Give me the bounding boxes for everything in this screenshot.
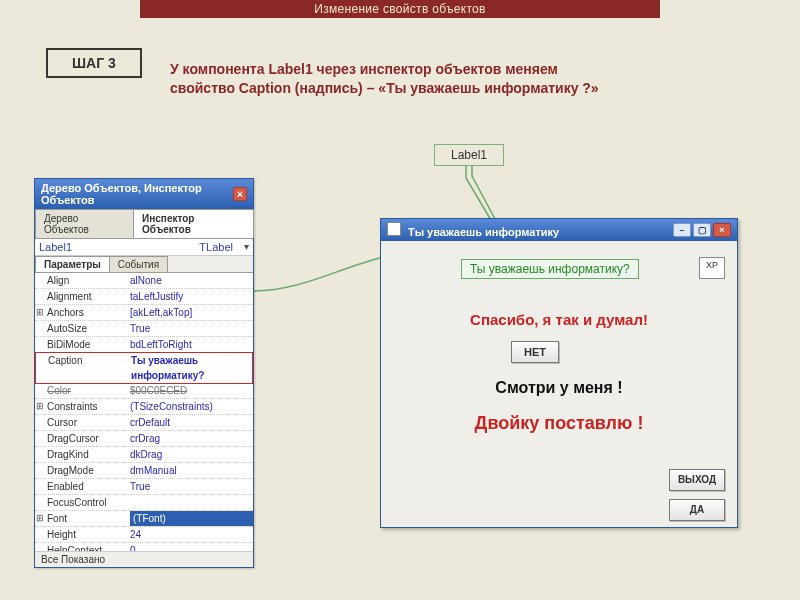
property-row[interactable]: Anchors[akLeft,akTop]	[35, 305, 253, 321]
property-value[interactable]: $00C0ECED	[130, 383, 253, 398]
property-name: Alignment	[35, 289, 130, 304]
form-title-text: Ты уважаешь информатику	[408, 226, 559, 238]
property-name: BiDiMode	[35, 337, 130, 352]
step-badge: ШАГ 3	[46, 48, 142, 78]
property-value[interactable]: (TFont)	[130, 511, 253, 526]
no-button[interactable]: НЕТ	[511, 341, 559, 363]
property-row[interactable]: Height24	[35, 527, 253, 543]
property-value[interactable]: dmManual	[130, 463, 253, 478]
property-value[interactable]: True	[130, 321, 253, 336]
property-name: Height	[35, 527, 130, 542]
property-value[interactable]: True	[130, 479, 253, 494]
instruction-text: У компонента Label1 через инспектор объе…	[170, 60, 600, 98]
property-row[interactable]: AlignmenttaLeftJustify	[35, 289, 253, 305]
property-value[interactable]: crDefault	[130, 415, 253, 430]
label1-component[interactable]: Ты уважаешь информатику?	[461, 259, 639, 279]
property-list[interactable]: AlignalNoneAlignmenttaLeftJustifyAnchors…	[35, 273, 253, 551]
warning-label[interactable]: Смотри у меня !	[381, 379, 737, 397]
property-value[interactable]: crDrag	[130, 431, 253, 446]
app-icon	[387, 222, 401, 236]
property-name: Color	[35, 383, 130, 398]
property-name: HelpContext	[35, 543, 130, 551]
property-row[interactable]: Constraints(TSizeConstraints)	[35, 399, 253, 415]
property-value[interactable]: bdLeftToRight	[130, 337, 253, 352]
property-name: Align	[35, 273, 130, 288]
thanks-label[interactable]: Спасибо, я так и думал!	[381, 311, 737, 328]
property-row[interactable]: FocusControl	[35, 495, 253, 511]
property-name: Enabled	[35, 479, 130, 494]
property-value[interactable]: 24	[130, 527, 253, 542]
inspector-titlebar[interactable]: Дерево Объектов, Инспектор Объектов ×	[35, 179, 253, 209]
property-name: DragKind	[35, 447, 130, 462]
property-row[interactable]: AlignalNone	[35, 273, 253, 289]
subtab-properties[interactable]: Параметры	[35, 256, 110, 272]
property-row[interactable]: DragKinddkDrag	[35, 447, 253, 463]
property-name: Font	[35, 511, 130, 526]
property-row[interactable]: CursorcrDefault	[35, 415, 253, 431]
property-row[interactable]: DragCursorcrDrag	[35, 431, 253, 447]
property-name: Constraints	[35, 399, 130, 414]
property-row[interactable]: DragModedmManual	[35, 463, 253, 479]
property-row[interactable]: HelpContext0	[35, 543, 253, 551]
inspector-footer: Все Показано	[35, 551, 253, 567]
minimize-icon[interactable]: –	[673, 223, 691, 237]
tab-object-tree[interactable]: Дерево Объектов	[35, 209, 134, 238]
inspector-subtabs: Параметры События	[35, 256, 253, 273]
property-value[interactable]: 0	[130, 543, 253, 551]
property-value[interactable]: [akLeft,akTop]	[130, 305, 253, 320]
inspector-title-text: Дерево Объектов, Инспектор Объектов	[41, 182, 233, 206]
form-titlebar[interactable]: Ты уважаешь информатику – ▢ ×	[381, 219, 737, 241]
property-name: DragCursor	[35, 431, 130, 446]
form-body[interactable]: Ты уважаешь информатику? XP Спасибо, я т…	[381, 241, 737, 527]
grade-label[interactable]: Двойку поставлю !	[381, 413, 737, 434]
form-designer-window: Ты уважаешь информатику – ▢ × Ты уважаеш…	[380, 218, 738, 528]
property-value[interactable]: alNone	[130, 273, 253, 288]
close-icon[interactable]: ×	[713, 223, 731, 237]
yes-button[interactable]: ДА	[669, 499, 725, 521]
property-value[interactable]: Ты уважаешь информатику?	[131, 353, 252, 383]
maximize-icon[interactable]: ▢	[693, 223, 711, 237]
selected-object-type: TLabel	[199, 241, 249, 253]
inspector-tabs: Дерево Объектов Инспектор Объектов	[35, 209, 253, 239]
property-row[interactable]: CaptionТы уважаешь информатику?	[35, 352, 253, 384]
property-name: AutoSize	[35, 321, 130, 336]
property-row[interactable]: EnabledTrue	[35, 479, 253, 495]
selected-object-name: Label1	[39, 241, 199, 253]
property-name: Cursor	[35, 415, 130, 430]
property-row[interactable]: BiDiModebdLeftToRight	[35, 337, 253, 353]
object-selector[interactable]: Label1 TLabel	[35, 239, 253, 256]
subtab-events[interactable]: События	[109, 256, 168, 272]
property-row[interactable]: Font(TFont)	[35, 511, 253, 527]
property-row[interactable]: AutoSizeTrue	[35, 321, 253, 337]
xp-manifest-component[interactable]: XP	[699, 257, 725, 279]
property-name: FocusControl	[35, 495, 130, 510]
property-name: DragMode	[35, 463, 130, 478]
property-value[interactable]	[130, 495, 253, 510]
callout-label1: Label1	[434, 144, 504, 166]
close-icon[interactable]: ×	[233, 187, 247, 201]
object-inspector-window: Дерево Объектов, Инспектор Объектов × Де…	[34, 178, 254, 568]
page-title: Изменение свойств объектов	[140, 0, 660, 18]
property-name: Anchors	[35, 305, 130, 320]
exit-button[interactable]: ВЫХОД	[669, 469, 725, 491]
property-value[interactable]: taLeftJustify	[130, 289, 253, 304]
tab-object-inspector[interactable]: Инспектор Объектов	[133, 209, 254, 238]
property-name: Caption	[36, 353, 131, 383]
property-value[interactable]: dkDrag	[130, 447, 253, 462]
property-row[interactable]: Color$00C0ECED	[35, 383, 253, 399]
property-value[interactable]: (TSizeConstraints)	[130, 399, 253, 414]
